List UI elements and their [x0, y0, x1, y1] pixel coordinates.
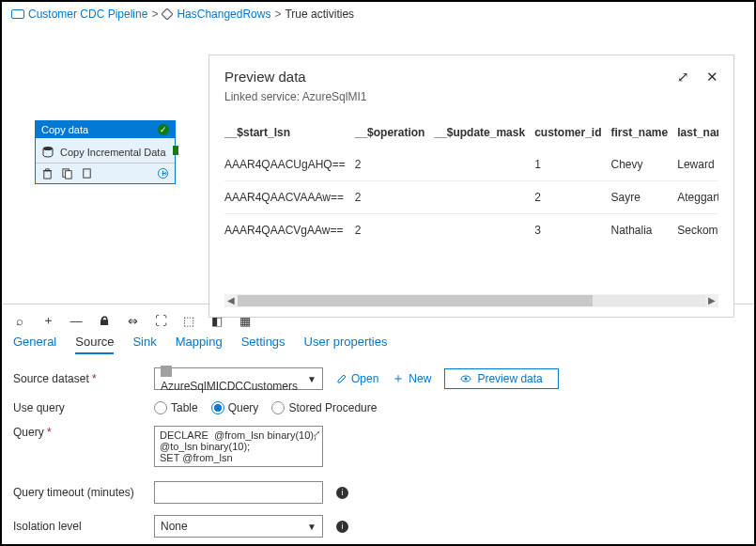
breadcrumb-leaf: True activities: [285, 8, 354, 21]
tab-general[interactable]: General: [13, 335, 56, 354]
activity-header: Copy data ✓: [36, 121, 175, 138]
table-cell: 3: [534, 214, 610, 247]
radio-query[interactable]: Query: [211, 401, 259, 414]
breadcrumb-activity[interactable]: HasChangedRows: [177, 8, 270, 21]
col-header[interactable]: customer_id: [534, 120, 610, 148]
query-label: Query *: [13, 426, 154, 439]
activity-body: Copy Incremental Data: [36, 138, 175, 163]
table-cell: Leward: [677, 148, 718, 181]
table-cell: 1: [534, 148, 610, 181]
table-cell: 2: [355, 214, 435, 247]
zoom-selection-icon[interactable]: ⬚: [182, 314, 195, 327]
copy-icon[interactable]: [81, 167, 93, 179]
preview-linked-service: Linked service: AzureSqlMI1: [224, 90, 366, 103]
isolation-level-select[interactable]: None ▼: [154, 515, 323, 538]
breadcrumb: Customer CDC Pipeline > HasChangedRows >…: [2, 2, 754, 26]
fit-width-icon[interactable]: ⇔: [126, 314, 139, 327]
remove-icon[interactable]: —: [69, 314, 83, 327]
tab-sink[interactable]: Sink: [132, 335, 156, 354]
table-cell: AAAR4QAACVAAAw==: [224, 181, 355, 214]
svg-rect-2: [66, 171, 72, 179]
col-header[interactable]: __$operation: [355, 120, 435, 148]
copy-activity[interactable]: Copy data ✓ Copy Incremental Data: [35, 120, 176, 184]
lock-icon[interactable]: 🔒︎: [98, 314, 111, 327]
query-timeout-label: Query timeout (minutes): [13, 486, 154, 499]
table-cell: Chevy: [611, 148, 678, 181]
scroll-left-icon[interactable]: ◀: [224, 294, 238, 307]
add-output-icon[interactable]: [157, 167, 169, 179]
chevron-down-icon: ▼: [307, 522, 316, 532]
info-icon[interactable]: i: [336, 521, 348, 533]
expand-textarea-icon[interactable]: ⤢: [313, 429, 320, 439]
horizontal-scrollbar[interactable]: ◀ ▶: [224, 294, 718, 307]
delete-icon[interactable]: [41, 167, 54, 179]
add-icon[interactable]: ＋: [41, 314, 54, 327]
col-header[interactable]: last_name: [677, 120, 718, 148]
tab-user-properties[interactable]: User properties: [304, 335, 388, 354]
clone-icon[interactable]: [61, 167, 73, 179]
properties-panel: ⌕ ＋ — 🔒︎ ⇔ ⛶ ⬚ ◧ ▦ General Source Sink M…: [2, 304, 754, 546]
table-cell: [434, 214, 534, 247]
scroll-thumb[interactable]: [238, 295, 593, 306]
activity-name: Copy Incremental Data: [60, 147, 166, 158]
breadcrumb-root[interactable]: Customer CDC Pipeline: [28, 8, 147, 21]
breadcrumb-sep: >: [151, 8, 158, 21]
new-dataset-button[interactable]: ＋New: [392, 370, 431, 387]
use-query-label: Use query: [13, 401, 154, 414]
table-row[interactable]: AAAR4QAACVAAAw==22SayreAteggartsateggart…: [224, 181, 718, 214]
svg-point-0: [43, 147, 53, 150]
expand-icon[interactable]: ⤢: [677, 69, 689, 86]
tab-mapping[interactable]: Mapping: [176, 335, 223, 354]
preview-data-button[interactable]: Preview data: [444, 368, 558, 389]
svg-point-6: [465, 378, 468, 381]
if-condition-icon: [162, 8, 173, 20]
database-icon: [41, 146, 54, 159]
property-tabs: General Source Sink Mapping Settings Use…: [13, 335, 743, 354]
tab-settings[interactable]: Settings: [241, 335, 285, 354]
svg-rect-3: [84, 169, 90, 178]
activity-toolbar: [36, 163, 175, 183]
source-dataset-label: Source dataset *: [13, 372, 154, 385]
col-header[interactable]: __$start_lsn: [224, 120, 355, 148]
pipeline-icon: [11, 9, 24, 19]
query-textarea[interactable]: [154, 426, 323, 467]
chevron-down-icon: ▼: [307, 374, 316, 384]
scroll-right-icon[interactable]: ▶: [705, 294, 718, 307]
info-icon[interactable]: i: [336, 487, 348, 499]
col-header[interactable]: first_name: [611, 120, 678, 148]
radio-stored-procedure[interactable]: Stored Procedure: [271, 401, 377, 414]
source-dataset-select[interactable]: AzureSqlMICDCCustomers ▼: [154, 367, 323, 390]
table-cell: Nathalia: [611, 214, 678, 247]
success-output-handle[interactable]: [173, 146, 178, 155]
validation-check-icon: ✓: [158, 124, 169, 135]
preview-table-scroll: __$start_lsn __$operation __$update_mask…: [224, 120, 718, 246]
table-row[interactable]: AAAR4QAACVgAAw==23NathaliaSeckomnseckom2…: [224, 214, 718, 247]
open-dataset-button[interactable]: Open: [336, 372, 378, 385]
edit-icon: [336, 373, 347, 384]
table-cell: AAAR4QAACVgAAw==: [224, 214, 355, 247]
breadcrumb-sep: >: [274, 8, 281, 21]
table-cell: 2: [534, 181, 610, 214]
preview-data-panel: Preview data Linked service: AzureSqlMI1…: [208, 55, 734, 318]
search-icon[interactable]: ⌕: [13, 314, 26, 327]
table-cell: [434, 148, 534, 181]
scroll-track[interactable]: [238, 295, 705, 306]
close-icon[interactable]: ✕: [706, 69, 718, 86]
table-cell: [434, 181, 534, 214]
col-header[interactable]: __$update_mask: [434, 120, 534, 148]
tab-source[interactable]: Source: [75, 335, 114, 354]
fit-screen-icon[interactable]: ⛶: [154, 314, 167, 327]
preview-data-table: __$start_lsn __$operation __$update_mask…: [224, 120, 718, 246]
pipeline-canvas[interactable]: Copy data ✓ Copy Incremental Data Previe…: [2, 26, 754, 304]
query-timeout-input[interactable]: [154, 481, 323, 504]
isolation-level-label: Isolation level: [13, 520, 154, 533]
preview-icon: [460, 374, 471, 383]
activity-type-label: Copy data: [41, 124, 88, 135]
table-cell: AAAR4QAACUgAHQ==: [224, 148, 355, 181]
table-cell: 2: [355, 148, 435, 181]
table-cell: Sayre: [611, 181, 678, 214]
table-cell: 2: [355, 181, 435, 214]
table-cell: Ateggart: [677, 181, 718, 214]
table-row[interactable]: AAAR4QAACUgAHQ==21ChevyLewardcleward0@ma…: [224, 148, 718, 181]
radio-table[interactable]: Table: [154, 401, 198, 414]
